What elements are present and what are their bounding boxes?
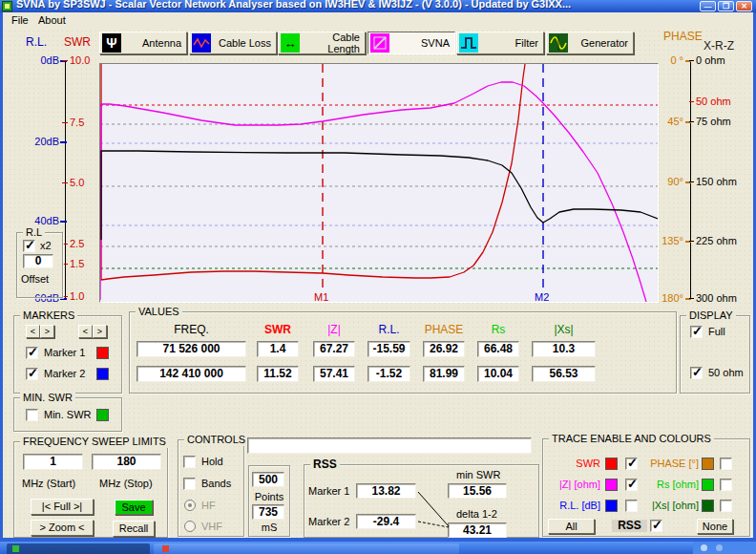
ms-value-field: 735 [252,504,284,520]
taskbar-button-active[interactable] [7,543,150,554]
taskbar [0,542,756,554]
trace-rl-checkbox[interactable] [625,500,638,512]
all-traces-button[interactable]: All [548,519,595,534]
min-swr-panel-title: MIN. SWR [20,392,75,404]
header-freq: FREQ. [136,324,246,336]
rss-min-swr-label: min SWR [456,469,500,481]
cable-loss-icon [192,33,211,53]
marker1-prev-button[interactable]: < [26,325,40,338]
tray-icon-2[interactable] [716,544,723,551]
toolbar-button-cable-length[interactable]: ↔ Cable Length [278,32,366,54]
marker2-colour-swatch[interactable] [96,368,109,380]
full-span-button[interactable]: |< Full >| [31,499,94,515]
toolbar-button-cable-loss[interactable]: Cable Loss [189,32,277,54]
bands-label: Bands [201,478,231,490]
rss-marker2-field[interactable]: -29.4 [356,514,416,529]
display-panel-title: DISPLAY [686,309,736,322]
trace-rl-swatch[interactable] [605,500,618,512]
trace-enable-title: TRACE ENABLE AND COLOURS [549,433,714,445]
toolbar-label-generator: Generator [572,37,628,49]
trace-swr-swatch[interactable] [605,458,618,470]
taskbar-app2-icon [162,545,169,552]
trace-rs-swatch[interactable] [702,479,714,491]
sweep-chart[interactable]: M1M2 [99,63,659,303]
trace-phase-label: PHASE [°] [639,458,699,470]
marker1-colour-swatch[interactable] [96,347,109,359]
rss-panel: RSS Marker 1 13.82 min SWR 15.56 Marker … [304,464,539,538]
taskbar-button-2[interactable] [154,543,459,554]
fifty-ohm-checkbox[interactable] [690,367,703,379]
m1-freq-value[interactable]: 71 526 000 [136,341,246,357]
svna-app-window: SVNA by SP3SWJ - Scalar Vector Network A… [0,0,756,554]
trace-z-swatch[interactable] [605,479,618,491]
rss-marker1-label: Marker 1 [308,485,349,498]
m2-swr-value[interactable]: 11.52 [257,366,299,382]
marker2-next-button[interactable]: > [93,325,107,338]
rss-marker1-field[interactable]: 13.82 [356,483,416,499]
toolbar-label-cable-loss: Cable Loss [215,37,271,49]
vhf-radio[interactable] [184,521,196,532]
m2-rl-value[interactable]: -1.52 [368,366,410,382]
m1-xs-value[interactable]: 10.3 [532,341,596,357]
marker2-checkbox[interactable] [26,368,38,380]
trace-swr-checkbox[interactable] [625,458,638,470]
marker2-prev-button[interactable]: < [78,325,93,338]
m1-rl-value[interactable]: -15.59 [368,341,410,357]
toolbar-button-generator[interactable]: Generator [546,32,634,54]
hf-radio[interactable] [184,500,196,511]
trace-rs-checkbox[interactable] [720,479,732,491]
none-traces-button[interactable]: None [697,519,733,534]
vhf-label: VHF [201,521,222,533]
stop-freq-field[interactable]: 180 [92,454,161,470]
title-bar[interactable]: SVNA by SP3SWJ - Scalar Vector Network A… [0,0,756,12]
trace-phase-checkbox[interactable] [720,458,732,470]
min-swr-colour-swatch[interactable] [96,409,109,421]
rss-trace-checkbox[interactable] [650,520,662,532]
toolbar-button-antenna[interactable]: Ψ Antenna [99,32,187,54]
controls-panel-title: CONTROLS [184,434,248,446]
command-field[interactable] [247,437,532,454]
bands-checkbox[interactable] [183,478,196,490]
marker1-next-button[interactable]: > [40,325,54,338]
toolbar-button-filter[interactable]: Filter [456,32,544,54]
points-panel: 500 Points 735 mS [248,465,290,537]
toolbar-button-svna[interactable]: SVNA [368,32,455,54]
m2-rs-value[interactable]: 10.04 [477,366,519,382]
markers-panel-title: MARKERS [20,309,77,322]
trace-xs-swatch[interactable] [702,500,714,512]
recall-button[interactable]: Recall [113,521,155,537]
header-rl: R.L. [368,324,410,336]
frequency-sweep-title: FREQUENCY SWEEP LIMITS [20,436,169,448]
m2-freq-value[interactable]: 142 410 000 [136,366,246,382]
rss-delta-label: delta 1-2 [456,508,497,521]
system-tray[interactable] [693,542,756,554]
tray-icon-1[interactable] [701,544,707,551]
m1-rs-value[interactable]: 66.48 [477,341,519,357]
start-freq-field[interactable]: 1 [23,454,83,470]
trace-phase-swatch[interactable] [702,458,714,470]
hold-checkbox[interactable] [183,456,196,468]
points-value-field: 500 [252,472,284,487]
m1-phase-value[interactable]: 26.92 [423,341,465,357]
x2-checkbox[interactable] [23,240,35,252]
trace-z-label: |Z| [ohm] [545,479,600,491]
m2-xs-value[interactable]: 56.53 [532,366,596,382]
display-panel: DISPLAY Full 50 ohm [680,315,750,394]
save-button[interactable]: Save [115,500,153,515]
rl-offset-field[interactable]: 0 [23,254,53,268]
m2-z-value[interactable]: 57.41 [313,366,355,382]
frequency-sweep-panel: FREQUENCY SWEEP LIMITS 1 180 MHz (Start)… [13,441,168,538]
m1-z-value[interactable]: 67.27 [313,341,355,357]
marker1-checkbox[interactable] [26,347,38,359]
rss-delta-field[interactable]: 43.21 [448,522,507,538]
trace-z-checkbox[interactable] [625,479,638,491]
full-checkbox[interactable] [690,326,703,338]
header-swr: SWR [257,324,299,336]
zoom-span-button[interactable]: > Zoom < [31,520,94,536]
trace-xs-checkbox[interactable] [720,500,732,512]
rss-min-swr-field[interactable]: 15.56 [448,483,507,499]
ms-label: mS [252,522,286,534]
min-swr-checkbox[interactable] [26,409,38,421]
m2-phase-value[interactable]: 81.99 [423,366,465,382]
m1-swr-value[interactable]: 1.4 [257,341,299,357]
